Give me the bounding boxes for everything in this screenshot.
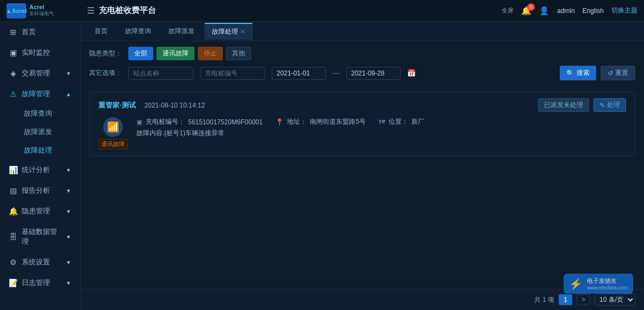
tab-close-icon[interactable]: ✕ [240, 28, 245, 35]
tab-fault-query[interactable]: 故障查询 [117, 23, 159, 39]
fault-arrow: ▲ [66, 91, 71, 97]
fault-info: ▣ 充电桩编号： 561510017520M6F00001 📍 地址： 南闸街道… [136, 117, 626, 138]
sidebar-label-system: 系统设置 [22, 257, 50, 267]
calendar-icon[interactable]: 📅 [407, 69, 416, 77]
sidebar-item-emergency[interactable]: 🔔 隐患管理 ▼ [0, 201, 80, 222]
sidebar-sub-label-query: 故障查询 [24, 109, 52, 118]
handle-icon: ✎ [599, 102, 605, 109]
pile-input[interactable] [200, 67, 265, 80]
tab-fault-dispatch[interactable]: 故障派发 [161, 23, 202, 39]
reset-icon: ↺ [608, 69, 613, 77]
logo-brand: Acrel [29, 4, 54, 10]
sidebar-label-realtime: 实时监控 [22, 48, 50, 58]
date-end-input[interactable] [346, 67, 401, 80]
filter-other-label: 其它选项： [89, 68, 122, 78]
sidebar-item-home[interactable]: ⊞ 首页 [0, 22, 80, 42]
tab-home-label: 首页 [95, 27, 108, 36]
total-count: 共 1 项 [534, 295, 554, 305]
address-label: 地址： [287, 117, 307, 126]
sidebar-item-transaction[interactable]: ◈ 交易管理 ▼ [0, 63, 80, 84]
topbar: ▲Acrel Acrel 安科瑞电气 ☰ 充电桩收费平台 全屏 🔔 0 👤 ad… [0, 0, 644, 22]
fault-card-header: 重管家·测试 2021-08-10 10:14:12 已派发未处理 ✎ 处理 [98, 98, 626, 112]
tab-fault-handle-label: 故障处理 [212, 27, 238, 36]
sidebar-item-fault[interactable]: ⚠ 故障管理 ▲ [0, 84, 80, 104]
logo: ▲Acrel Acrel 安科瑞电气 [7, 3, 87, 18]
transaction-arrow: ▼ [66, 71, 71, 77]
pile-icon: ▣ [136, 118, 142, 126]
report-icon: ▤ [9, 186, 17, 195]
fault-location: 🗺 位置： 新厂 [379, 117, 424, 126]
pile-value: 561510017520M6F00001 [188, 118, 262, 126]
handle-btn-label: 处理 [607, 100, 620, 110]
sidebar-item-realtime[interactable]: ▣ 实时监控 [0, 42, 80, 63]
basic-arrow: ▼ [66, 234, 71, 240]
logo-icon: ▲Acrel [7, 3, 26, 18]
sidebar-label-transaction: 交易管理 [22, 68, 50, 78]
handle-button[interactable]: ✎ 处理 [593, 98, 626, 112]
filter-btn-comm[interactable]: 通讯故障 [157, 47, 195, 60]
search-icon: 🔍 [566, 69, 574, 77]
system-arrow: ▼ [66, 260, 71, 265]
fault-detail: 📶 通讯故障 ▣ 充电桩编号： 561510017520M6F00001 [98, 117, 626, 149]
station-input[interactable] [128, 67, 193, 80]
bell-icon[interactable]: 🔔 0 [521, 6, 532, 16]
fault-type-icon: 📶 [103, 117, 123, 137]
user-icon[interactable]: 👤 [539, 6, 549, 16]
language-switch[interactable]: English [583, 7, 604, 15]
date-start-input[interactable] [272, 67, 326, 80]
tab-fault-handle[interactable]: 故障处理 ✕ [204, 23, 253, 40]
sidebar-item-log[interactable]: 📝 日志管理 ▼ [0, 273, 80, 293]
sidebar-sub-fault-query[interactable]: 故障查询 [0, 104, 80, 123]
reset-btn-label: 重置 [615, 68, 628, 78]
fault-address: 📍 地址： 南闸街道东盟路5号 [276, 117, 366, 126]
sidebar-label-basic: 基础数据管理 [22, 227, 61, 246]
reset-button[interactable]: ↺ 重置 [601, 66, 635, 80]
monitor-icon: ▣ [9, 48, 17, 57]
filter-btn-other[interactable]: 其他 [226, 47, 251, 60]
sidebar-sub-fault-dispatch[interactable]: 故障派发 [0, 123, 80, 141]
location-value: 新厂 [411, 117, 424, 126]
sidebar-sub-fault-handle[interactable]: 故障处理 [0, 141, 80, 160]
tab-fault-dispatch-label: 故障派发 [168, 27, 195, 36]
sidebar-item-stats[interactable]: 📊 统计分析 ▼ [0, 160, 80, 180]
sidebar-item-basic[interactable]: 🗄 基础数据管理 ▼ [0, 222, 80, 252]
theme-switch[interactable]: 切换主题 [611, 6, 637, 15]
sidebar-sub-label-dispatch: 故障派发 [24, 127, 52, 137]
sidebar-label-stats: 统计分析 [22, 165, 50, 175]
page-1-button[interactable]: 1 [559, 294, 572, 305]
filter-btn-stop[interactable]: 停止 [198, 47, 223, 60]
layout: ⊞ 首页 ▣ 实时监控 ◈ 交易管理 ▼ ⚠ 故障管理 ▲ 故障查询 故障派发 … [0, 22, 644, 310]
sidebar-item-system[interactable]: ⚙ 系统设置 ▼ [0, 252, 80, 273]
address-value: 南闸街道东盟路5号 [310, 117, 366, 126]
sidebar-label-report: 报告分析 [22, 186, 50, 195]
fault-card-actions: 已派发未处理 ✎ 处理 [538, 98, 626, 112]
fault-pile-no: ▣ 充电桩编号： 561510017520M6F00001 [136, 117, 262, 126]
topbar-right: 全屏 🔔 0 👤 admin English 切换主题 [502, 6, 637, 16]
stats-icon: 📊 [9, 166, 17, 174]
menu-icon[interactable]: ☰ [87, 5, 95, 16]
fault-description: 故障内容:(桩号1)车辆连接异常 [136, 129, 626, 138]
emergency-arrow: ▼ [66, 208, 71, 214]
search-button[interactable]: 🔍 搜索 [560, 66, 596, 80]
content-area: 重管家·测试 2021-08-10 10:14:12 已派发未处理 ✎ 处理 📶 [80, 86, 644, 289]
logo-sub: 安科瑞电气 [29, 10, 54, 17]
pile-label: 充电桩编号： [146, 117, 185, 126]
report-arrow: ▼ [66, 188, 71, 194]
system-icon: ⚙ [9, 258, 17, 267]
sidebar-item-report[interactable]: ▤ 报告分析 ▼ [0, 180, 80, 201]
page-next-button[interactable]: > [577, 294, 590, 305]
basic-icon: 🗄 [9, 232, 17, 241]
fullscreen-btn[interactable]: 全屏 [502, 7, 514, 15]
fault-icon: ⚠ [9, 90, 17, 98]
fault-station-name[interactable]: 重管家·测试 [98, 100, 136, 110]
fault-info-row1: ▣ 充电桩编号： 561510017520M6F00001 📍 地址： 南闸街道… [136, 117, 626, 126]
topbar-center: ☰ 充电桩收费平台 [87, 5, 502, 16]
filter-btn-all[interactable]: 全部 [128, 47, 153, 60]
sidebar-label-emergency: 隐患管理 [22, 206, 50, 216]
tab-home[interactable]: 首页 [87, 23, 115, 39]
location-label: 位置： [389, 117, 408, 126]
per-page-select[interactable]: 10 条/页 [595, 294, 635, 306]
username[interactable]: admin [557, 7, 575, 15]
search-btn-label: 搜索 [577, 68, 590, 78]
home-icon: ⊞ [9, 28, 17, 36]
